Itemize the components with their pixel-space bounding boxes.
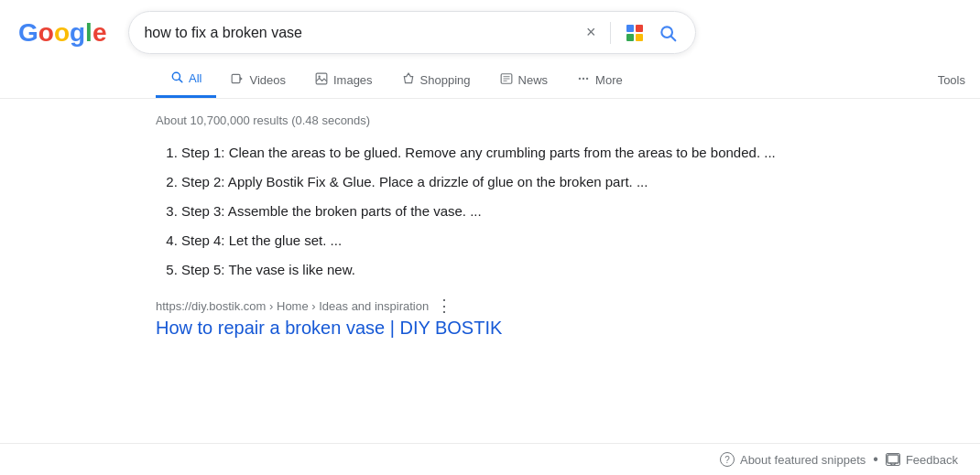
svg-rect-0 bbox=[626, 25, 634, 32]
clear-button[interactable]: × bbox=[583, 19, 600, 46]
google-logo[interactable]: Google bbox=[18, 18, 106, 48]
shopping-icon bbox=[402, 72, 415, 88]
svg-rect-8 bbox=[233, 74, 241, 82]
source-url-text: https://diy.bostik.com › Home › Ideas an… bbox=[156, 299, 429, 313]
tab-all-label: All bbox=[189, 71, 201, 85]
search-bar: × bbox=[128, 11, 696, 54]
result-title-link[interactable]: How to repair a broken vase | DIY BOSTIK bbox=[156, 318, 815, 339]
all-search-icon bbox=[170, 70, 183, 86]
svg-point-16 bbox=[579, 77, 581, 79]
tab-videos[interactable]: Videos bbox=[216, 63, 300, 97]
svg-line-7 bbox=[180, 80, 182, 82]
svg-line-5 bbox=[671, 36, 676, 40]
search-input[interactable] bbox=[144, 25, 574, 41]
about-featured-snippets-button[interactable]: ? About featured snippets bbox=[720, 452, 866, 467]
tab-images[interactable]: Images bbox=[300, 63, 387, 97]
list-item: Step 1: Clean the areas to be glued. Rem… bbox=[181, 138, 815, 167]
logo-letter-l: l bbox=[85, 18, 93, 48]
nav-tabs: All Videos Images Shopping bbox=[0, 54, 980, 99]
videos-icon bbox=[231, 72, 244, 88]
svg-point-11 bbox=[318, 75, 320, 77]
tab-shopping-label: Shopping bbox=[420, 73, 471, 87]
logo-letter-e: e bbox=[93, 18, 107, 48]
tab-news[interactable]: News bbox=[485, 63, 563, 97]
news-icon bbox=[500, 72, 513, 88]
svg-rect-19 bbox=[887, 455, 898, 463]
svg-rect-3 bbox=[636, 34, 643, 41]
tab-news-label: News bbox=[518, 73, 549, 87]
tab-images-label: Images bbox=[333, 73, 373, 87]
list-item: Step 4: Let the glue set. ... bbox=[181, 226, 815, 255]
tab-all[interactable]: All bbox=[156, 61, 216, 98]
lens-icon bbox=[624, 22, 646, 44]
tab-more[interactable]: More bbox=[562, 63, 637, 97]
svg-marker-9 bbox=[240, 76, 243, 81]
images-icon bbox=[315, 72, 328, 88]
divider bbox=[610, 22, 611, 44]
feedback-button[interactable]: Feedback bbox=[886, 453, 958, 467]
svg-rect-10 bbox=[316, 73, 327, 84]
logo-letter-o2: o bbox=[54, 18, 70, 48]
results-count: About 10,700,000 results (0.48 seconds) bbox=[156, 106, 980, 138]
list-item: Step 3: Assemble the broken parts of the… bbox=[181, 197, 815, 226]
feedback-label: Feedback bbox=[906, 453, 958, 467]
list-item: Step 2: Apply Bostik Fix & Glue. Place a… bbox=[181, 167, 815, 197]
google-lens-button[interactable] bbox=[622, 20, 648, 46]
featured-snippet: Step 1: Clean the areas to be glued. Rem… bbox=[156, 138, 815, 353]
more-dots-icon bbox=[577, 72, 590, 88]
results-area: About 10,700,000 results (0.48 seconds) … bbox=[0, 99, 980, 353]
tab-more-label: More bbox=[595, 73, 623, 87]
footer-dot: • bbox=[873, 451, 878, 468]
tools-button[interactable]: Tools bbox=[923, 64, 980, 96]
feedback-icon bbox=[886, 453, 900, 466]
search-icon bbox=[659, 24, 677, 42]
footer-bar: ? About featured snippets • Feedback bbox=[0, 443, 980, 475]
question-icon: ? bbox=[720, 452, 735, 467]
tab-shopping[interactable]: Shopping bbox=[387, 63, 485, 97]
logo-letter-o1: o bbox=[38, 18, 54, 48]
tab-videos-label: Videos bbox=[249, 73, 286, 87]
header: Google × bbox=[0, 0, 980, 54]
source-url: https://diy.bostik.com › Home › Ideas an… bbox=[156, 296, 815, 316]
logo-letter-g: G bbox=[18, 18, 38, 48]
search-button[interactable] bbox=[655, 20, 681, 46]
svg-rect-1 bbox=[636, 25, 643, 32]
source-options-button[interactable]: ⋮ bbox=[436, 296, 453, 316]
steps-list: Step 1: Clean the areas to be glued. Rem… bbox=[156, 138, 815, 285]
logo-letter-g2: g bbox=[70, 18, 85, 48]
svg-rect-2 bbox=[626, 34, 634, 41]
list-item: Step 5: The vase is like new. bbox=[181, 255, 815, 285]
about-snippets-label: About featured snippets bbox=[740, 453, 866, 467]
svg-point-18 bbox=[586, 77, 588, 79]
svg-point-17 bbox=[583, 77, 584, 79]
